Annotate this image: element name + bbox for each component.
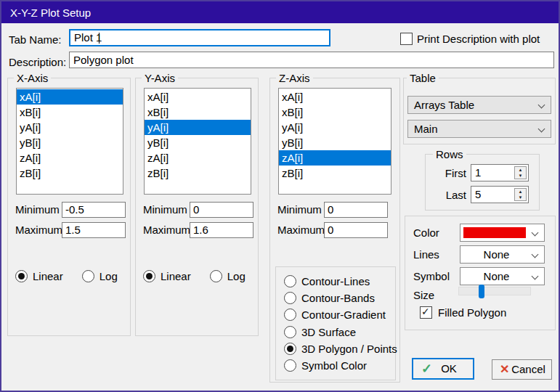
list-item[interactable]: xB[i] [279, 105, 391, 120]
z-axis-group: Z-Axis xA[i] xB[i] yA[i] yB[i] zA[i] zB[… [269, 78, 400, 383]
table-group-label: Table [407, 72, 439, 84]
x-maximum-input[interactable]: 1.5 [62, 222, 126, 238]
color-swatch [463, 227, 526, 238]
y-maximum-input[interactable]: 1.6 [190, 222, 253, 238]
color-select[interactable] [460, 224, 545, 242]
filled-polygon-label: Filled Polygon [438, 306, 506, 319]
lines-select[interactable]: None [460, 245, 545, 264]
surface-3d-radio[interactable] [284, 326, 296, 338]
x-minimum-input[interactable]: -0.5 [62, 202, 126, 218]
cancel-button-label: Cancel [511, 363, 545, 375]
list-item[interactable]: zB[i] [279, 166, 391, 181]
symbol-select[interactable]: None [460, 267, 545, 285]
last-row-spinner[interactable]: 5 [471, 186, 529, 203]
z-maximum-label: Maximum [277, 222, 324, 238]
filled-polygon-checkbox[interactable] [420, 306, 432, 319]
x-linear-radio[interactable] [15, 270, 28, 282]
y-minimum-input[interactable]: 0 [190, 202, 253, 218]
symbol-label: Symbol [413, 269, 450, 285]
contour-bands-label: Contour-Bands [301, 292, 375, 304]
ok-button[interactable]: OK [412, 358, 474, 380]
x-maximum-label: Maximum [15, 222, 62, 238]
y-axis-listbox[interactable]: xA[i] xB[i] yA[i] yB[i] zA[i] zB[i] [144, 88, 251, 195]
description-input[interactable]: Polygon plot [69, 52, 554, 68]
x-log-radio[interactable] [82, 270, 94, 282]
z-maximum-input[interactable]: 0 [324, 222, 388, 238]
table-select[interactable]: Arrays Table [407, 96, 551, 114]
symbol-color-label: Symbol Color [301, 359, 367, 372]
y-axis-group-label: Y-Axis [142, 72, 178, 84]
y-minimum-label: Minimum [143, 202, 190, 218]
list-item[interactable]: zB[i] [17, 166, 123, 181]
size-label: Size [413, 287, 434, 303]
z-minimum-input[interactable]: 0 [324, 202, 388, 218]
z-minimum-label: Minimum [277, 202, 324, 218]
first-row-spinner[interactable]: 1 [471, 164, 529, 181]
ok-button-label: OK [441, 362, 457, 375]
z-axis-listbox[interactable]: xA[i] xB[i] yA[i] yB[i] zA[i] zB[i] [278, 88, 391, 195]
print-description-label: Print Description with plot [417, 31, 540, 47]
y-maximum-label: Maximum [143, 222, 190, 238]
spinner-up-button[interactable] [515, 167, 526, 173]
contour-lines-radio[interactable] [284, 275, 296, 287]
plot-type-frame: Contour-Lines Contour-Bands Contour-Grad… [275, 266, 396, 380]
lines-label: Lines [413, 247, 439, 263]
list-item[interactable]: zA[i] [17, 150, 123, 166]
rows-group: Rows First 1 Last 5 [425, 154, 540, 211]
symbol-color-radio[interactable] [284, 359, 296, 372]
last-row-label: Last [436, 187, 466, 203]
list-item[interactable]: yB[i] [145, 135, 251, 150]
chevron-down-icon [538, 126, 545, 133]
size-slider-thumb[interactable] [479, 285, 484, 298]
polygon-points-3d-radio[interactable] [284, 343, 296, 355]
spinner-buttons [514, 188, 527, 201]
spinner-down-button[interactable] [515, 195, 526, 200]
list-item[interactable]: yA[i] [17, 120, 123, 135]
tab-name-input[interactable]: Plot 1 [69, 29, 330, 46]
last-row-value: 5 [475, 187, 481, 203]
polygon-points-3d-label: 3D Polygon / Points [301, 343, 397, 355]
surface-3d-label: 3D Surface [301, 326, 356, 338]
list-item[interactable]: xA[i] [17, 89, 123, 105]
list-item[interactable]: yA[i] [145, 120, 251, 135]
lines-select-value: None [460, 246, 532, 263]
y-log-radio[interactable] [210, 270, 222, 282]
check-icon [421, 306, 430, 317]
title-bar: X-Y-Z Plot Setup [1, 1, 559, 23]
x-icon [500, 360, 509, 379]
spinner-up-button[interactable] [515, 189, 526, 195]
contour-gradient-radio[interactable] [284, 309, 296, 321]
x-axis-listbox[interactable]: xA[i] xB[i] yA[i] yB[i] zA[i] zB[i] [16, 88, 123, 195]
list-item[interactable]: xB[i] [17, 105, 123, 120]
list-item[interactable]: xA[i] [279, 89, 391, 105]
x-axis-group: X-Axis xA[i] xB[i] yA[i] yB[i] zA[i] zB[… [7, 78, 131, 336]
sheet-select[interactable]: Main [407, 120, 551, 138]
first-row-label: First [436, 166, 466, 181]
list-item[interactable]: zA[i] [145, 150, 251, 166]
contour-bands-radio[interactable] [284, 292, 296, 304]
text-cursor [99, 33, 100, 44]
size-slider[interactable] [458, 287, 531, 295]
spinner-buttons [514, 166, 527, 179]
first-row-value: 1 [475, 165, 481, 181]
list-item[interactable]: zA[i] [279, 150, 391, 166]
x-minimum-label: Minimum [15, 202, 62, 218]
y-linear-radio[interactable] [143, 270, 155, 282]
symbol-select-value: None [460, 268, 532, 285]
list-item[interactable]: yB[i] [17, 135, 123, 150]
checkmark-icon [421, 359, 432, 378]
cancel-button[interactable]: Cancel [492, 359, 552, 380]
x-axis-group-label: X-Axis [14, 72, 51, 84]
xyz-plot-setup-dialog: X-Y-Z Plot Setup Tab Name: Plot 1 Print … [0, 0, 560, 392]
list-item[interactable]: xB[i] [145, 105, 251, 120]
print-description-checkbox[interactable] [400, 33, 413, 45]
list-item[interactable]: zB[i] [145, 166, 251, 181]
spinner-down-button[interactable] [515, 173, 526, 179]
chevron-down-icon [532, 229, 539, 237]
list-item[interactable]: yB[i] [279, 135, 391, 150]
list-item[interactable]: yA[i] [279, 120, 391, 135]
table-group: Table Arrays Table Main [403, 78, 556, 144]
list-item[interactable]: xA[i] [145, 89, 251, 105]
y-log-label: Log [227, 270, 245, 282]
y-linear-label: Linear [161, 270, 191, 282]
